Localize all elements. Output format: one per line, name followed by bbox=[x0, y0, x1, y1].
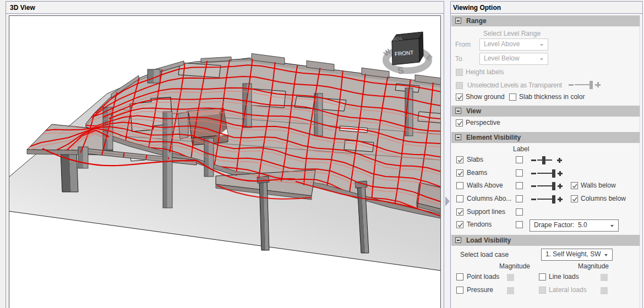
svg-text:S: S bbox=[397, 65, 405, 76]
svg-text:TOP: TOP bbox=[392, 35, 403, 42]
